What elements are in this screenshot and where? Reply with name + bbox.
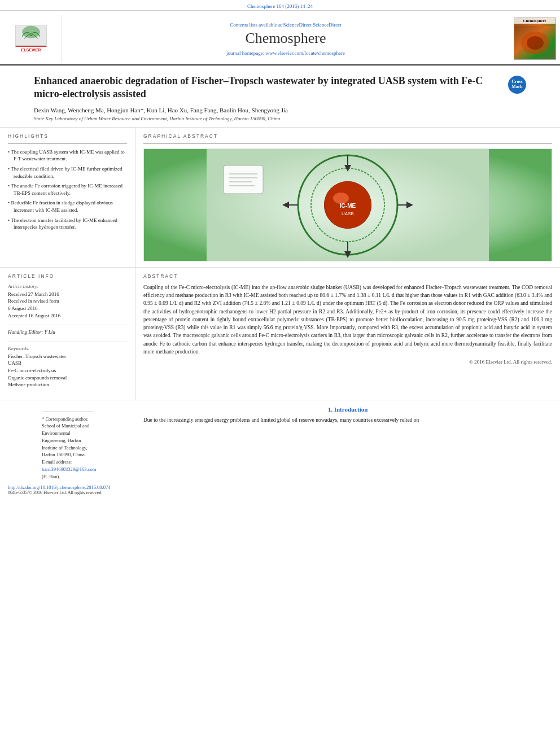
- intro-text: Due to the increasingly emerged energy p…: [143, 416, 552, 424]
- highlights-label: HIGHLIGHTS: [8, 133, 127, 139]
- journal-cover: Chemosphere: [509, 15, 560, 62]
- introduction-section: * Corresponding author. School of Munici…: [0, 400, 560, 496]
- affiliation: State Key Laboratory of Urban Water Reso…: [34, 116, 526, 121]
- highlights-section: HIGHLIGHTS The coupling UASB system with…: [0, 128, 560, 268]
- received-date: Received 27 March 2016: [8, 291, 127, 298]
- publisher-logo: ELSEVIER: [0, 15, 62, 62]
- highlights-divider: [8, 143, 127, 144]
- cover-art: [514, 26, 556, 60]
- graphical-abstract-column: GRAPHICAL ABSTRACT: [135, 128, 560, 267]
- intro-right-col: 1. Introduction Due to the increasingly …: [135, 406, 560, 496]
- revised-date: 6 August 2016: [8, 305, 127, 312]
- corresponding-author-note: * Corresponding author. School of Munici…: [42, 416, 94, 459]
- abstract-label: ABSTRACT: [143, 273, 552, 279]
- email-note: E-mail address: han13946003329@163.com (…: [42, 458, 94, 480]
- graphical-abstract-label: GRAPHICAL ABSTRACT: [143, 133, 552, 139]
- sciencedirect-text: Contents lists available at ScienceDirec…: [230, 22, 342, 28]
- highlights-column: HIGHLIGHTS The coupling UASB system with…: [0, 128, 135, 267]
- email-link[interactable]: han13946003329@163.com: [42, 466, 96, 472]
- doi-link[interactable]: http://dx.doi.org/10.1016/j.chemosphere.…: [8, 484, 120, 490]
- info-divider: [8, 325, 127, 325]
- ga-divider: [143, 143, 552, 144]
- history-label: Article history:: [8, 283, 127, 289]
- ga-svg: IC-ME UASB: [144, 148, 552, 261]
- article-info-label: ARTICLE INFO: [8, 273, 127, 279]
- journal-title: Chemosphere: [246, 30, 326, 47]
- abstract-column: ABSTRACT Coupling of the Fe-C micro-elec…: [135, 268, 560, 400]
- handling-editor: Handling Editor: Y Liu: [8, 329, 127, 336]
- handling-editor-text: Handling Editor: Y Liu: [8, 329, 127, 336]
- svg-point-6: [527, 36, 544, 50]
- svg-point-12: [333, 193, 349, 204]
- keywords-label: Keywords:: [8, 346, 127, 351]
- keyword-3: Fe-C micro-electrolysis: [8, 367, 127, 374]
- svg-text:ELSEVIER: ELSEVIER: [21, 48, 41, 52]
- highlight-item-5: The electron transfer facilitated by IC-…: [8, 217, 127, 231]
- copyright: © 2016 Elsevier Ltd. All rights reserved…: [143, 359, 552, 365]
- article-info-section: ARTICLE INFO Article history: Received 2…: [0, 268, 560, 400]
- highlight-item-1: The coupling UASB system with IC-ME was …: [8, 148, 127, 163]
- bottom-links: http://dx.doi.org/10.1016/j.chemosphere.…: [8, 480, 128, 495]
- journal-homepage: journal homepage: www.elsevier.com/locat…: [226, 50, 345, 56]
- article-info-column: ARTICLE INFO Article history: Received 2…: [0, 268, 135, 400]
- crossmark-badge: CrossMark: [508, 76, 526, 94]
- accepted-date: Accepted 16 August 2016: [8, 312, 127, 320]
- page: Chemosphere 164 (2016) 14–24 ELSEVIER Co…: [0, 0, 560, 747]
- crossmark-circle: CrossMark: [508, 76, 526, 94]
- highlight-item-2: The electrical filed driven by IC-ME fur…: [8, 165, 127, 180]
- revised-label: Received in revised form: [8, 298, 127, 305]
- keywords-group: Keywords: Fischer–Tropsch wastewater UAS…: [8, 346, 127, 388]
- elsevier-logo-svg: ELSEVIER: [8, 23, 54, 54]
- article-title: Enhanced anaerobic degradation of Fische…: [34, 75, 526, 101]
- journal-ref-text: Chemosphere 164 (2016) 14–24: [247, 3, 313, 9]
- journal-reference: Chemosphere 164 (2016) 14–24: [0, 0, 560, 11]
- keyword-1: Fischer–Tropsch wastewater: [8, 353, 127, 360]
- issn-text: 0045-6535/© 2016 Elsevier Ltd. All right…: [8, 490, 120, 495]
- svg-text:IC-ME: IC-ME: [340, 203, 356, 209]
- svg-rect-13: [224, 165, 263, 194]
- keyword-4: Organic compounds removal: [8, 374, 127, 382]
- journal-header: ELSEVIER Contents lists available at Sci…: [0, 11, 560, 65]
- highlight-item-4: Reducible Fe fraction in sludge displaye…: [8, 199, 127, 213]
- highlight-item-3: The anodic Fe corrosion triggered by IC-…: [8, 182, 127, 196]
- intro-heading: 1. Introduction: [143, 406, 552, 413]
- article-title-section: CrossMark Enhanced anaerobic degradation…: [0, 65, 560, 128]
- graphical-abstract-image: IC-ME UASB: [143, 148, 552, 261]
- article-history: Article history: Received 27 March 2016 …: [8, 283, 127, 319]
- intro-left-col: * Corresponding author. School of Munici…: [0, 406, 135, 496]
- journal-header-center: Contents lists available at ScienceDirec…: [62, 15, 509, 62]
- cover-image: Chemosphere: [514, 18, 556, 60]
- keyword-5: Methane production: [8, 381, 127, 388]
- footnotes: * Corresponding author. School of Munici…: [42, 412, 94, 480]
- info-divider-2: [8, 342, 127, 342]
- svg-text:UASB: UASB: [342, 211, 354, 216]
- abstract-text: Coupling of the Fe-C micro-electrolysis …: [143, 283, 552, 356]
- keyword-2: UASB: [8, 360, 127, 367]
- highlights-list: The coupling UASB system with IC-ME was …: [8, 148, 127, 231]
- svg-point-1: [22, 26, 40, 38]
- cover-label: Chemosphere: [514, 18, 555, 24]
- authors: Dexin Wang, Wencheng Ma, Hongjun Han*, K…: [34, 107, 526, 113]
